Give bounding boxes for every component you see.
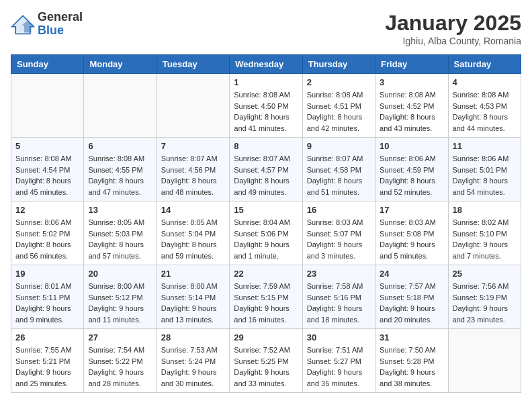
title-block: January 2025 Ighiu, Alba County, Romania [385,11,521,46]
weekday-header-saturday: Saturday [448,55,521,74]
calendar-cell [448,329,521,393]
calendar-cell: 10Sunrise: 8:06 AM Sunset: 4:59 PM Dayli… [375,138,448,201]
day-number: 2 [307,77,371,87]
day-info: Sunrise: 7:59 AM Sunset: 5:15 PM Dayligh… [234,281,298,325]
day-number: 4 [453,77,517,87]
day-info: Sunrise: 8:08 AM Sunset: 4:55 PM Dayligh… [88,153,152,197]
calendar-cell: 16Sunrise: 8:03 AM Sunset: 5:07 PM Dayli… [302,201,375,265]
day-number: 26 [15,332,79,342]
calendar-cell: 5Sunrise: 8:08 AM Sunset: 4:54 PM Daylig… [11,138,84,201]
weekday-header-friday: Friday [375,55,448,74]
day-info: Sunrise: 7:50 AM Sunset: 5:28 PM Dayligh… [380,345,443,389]
day-info: Sunrise: 8:05 AM Sunset: 5:03 PM Dayligh… [88,217,152,261]
day-number: 30 [307,332,371,342]
day-info: Sunrise: 8:06 AM Sunset: 4:59 PM Dayligh… [380,153,443,197]
day-number: 27 [88,332,152,342]
calendar-cell: 19Sunrise: 8:01 AM Sunset: 5:11 PM Dayli… [11,265,84,329]
day-info: Sunrise: 7:54 AM Sunset: 5:22 PM Dayligh… [88,345,152,389]
day-info: Sunrise: 8:05 AM Sunset: 5:04 PM Dayligh… [161,217,225,261]
calendar-week-row: 1Sunrise: 8:08 AM Sunset: 4:50 PM Daylig… [11,74,521,138]
calendar-cell: 9Sunrise: 8:07 AM Sunset: 4:58 PM Daylig… [302,138,375,201]
day-number: 19 [15,269,79,279]
calendar-cell: 25Sunrise: 7:56 AM Sunset: 5:19 PM Dayli… [448,265,521,329]
calendar-cell [84,74,157,138]
day-number: 23 [307,269,371,279]
logo-icon [11,12,35,36]
day-number: 10 [380,141,443,151]
month-title: January 2025 [385,11,521,36]
day-number: 22 [234,269,298,279]
day-info: Sunrise: 8:04 AM Sunset: 5:06 PM Dayligh… [234,217,298,261]
calendar-cell: 18Sunrise: 8:02 AM Sunset: 5:10 PM Dayli… [448,201,521,265]
day-info: Sunrise: 7:58 AM Sunset: 5:16 PM Dayligh… [307,281,371,325]
calendar-cell: 11Sunrise: 8:06 AM Sunset: 5:01 PM Dayli… [448,138,521,201]
weekday-header-monday: Monday [84,55,157,74]
calendar-cell: 13Sunrise: 8:05 AM Sunset: 5:03 PM Dayli… [84,201,157,265]
day-info: Sunrise: 8:08 AM Sunset: 4:50 PM Dayligh… [234,89,298,134]
day-number: 7 [161,141,225,151]
calendar-cell: 22Sunrise: 7:59 AM Sunset: 5:15 PM Dayli… [230,265,302,329]
day-number: 24 [380,269,443,279]
day-number: 11 [453,141,517,151]
day-info: Sunrise: 8:06 AM Sunset: 5:01 PM Dayligh… [453,153,517,197]
day-info: Sunrise: 7:52 AM Sunset: 5:25 PM Dayligh… [234,345,298,389]
calendar-cell: 1Sunrise: 8:08 AM Sunset: 4:50 PM Daylig… [230,74,302,138]
calendar-cell: 30Sunrise: 7:51 AM Sunset: 5:27 PM Dayli… [302,329,375,393]
day-number: 13 [88,205,152,215]
day-number: 28 [161,332,225,342]
calendar-cell [157,74,229,138]
page-header: General Blue January 2025 Ighiu, Alba Co… [11,11,521,46]
day-info: Sunrise: 7:55 AM Sunset: 5:21 PM Dayligh… [15,345,79,389]
logo-text: General Blue [38,11,83,38]
day-number: 29 [234,332,298,342]
calendar-cell: 8Sunrise: 8:07 AM Sunset: 4:57 PM Daylig… [230,138,302,201]
calendar-cell: 24Sunrise: 7:57 AM Sunset: 5:18 PM Dayli… [375,265,448,329]
calendar-cell: 15Sunrise: 8:04 AM Sunset: 5:06 PM Dayli… [230,201,302,265]
day-number: 15 [234,205,298,215]
calendar-week-row: 5Sunrise: 8:08 AM Sunset: 4:54 PM Daylig… [11,138,521,201]
day-number: 21 [161,269,225,279]
calendar-cell: 21Sunrise: 8:00 AM Sunset: 5:14 PM Dayli… [157,265,229,329]
calendar-cell: 27Sunrise: 7:54 AM Sunset: 5:22 PM Dayli… [84,329,157,393]
weekday-header-row: SundayMondayTuesdayWednesdayThursdayFrid… [11,55,521,74]
day-info: Sunrise: 8:08 AM Sunset: 4:51 PM Dayligh… [307,89,371,134]
day-number: 1 [234,77,298,87]
day-number: 17 [380,205,443,215]
logo: General Blue [11,11,83,38]
calendar-cell: 3Sunrise: 8:08 AM Sunset: 4:52 PM Daylig… [375,74,448,138]
day-number: 6 [88,141,152,151]
calendar-cell: 23Sunrise: 7:58 AM Sunset: 5:16 PM Dayli… [302,265,375,329]
weekday-header-wednesday: Wednesday [230,55,302,74]
day-info: Sunrise: 7:57 AM Sunset: 5:18 PM Dayligh… [380,281,443,325]
day-info: Sunrise: 8:07 AM Sunset: 4:57 PM Dayligh… [234,153,298,197]
calendar-cell: 4Sunrise: 8:08 AM Sunset: 4:53 PM Daylig… [448,74,521,138]
calendar-cell: 6Sunrise: 8:08 AM Sunset: 4:55 PM Daylig… [84,138,157,201]
day-info: Sunrise: 7:56 AM Sunset: 5:19 PM Dayligh… [453,281,517,325]
day-number: 12 [15,205,79,215]
day-number: 3 [380,77,443,87]
calendar-cell: 14Sunrise: 8:05 AM Sunset: 5:04 PM Dayli… [157,201,229,265]
day-info: Sunrise: 8:02 AM Sunset: 5:10 PM Dayligh… [453,217,517,261]
day-info: Sunrise: 8:08 AM Sunset: 4:53 PM Dayligh… [453,89,517,134]
day-number: 8 [234,141,298,151]
weekday-header-tuesday: Tuesday [157,55,229,74]
calendar: SundayMondayTuesdayWednesdayThursdayFrid… [11,54,521,393]
calendar-week-row: 26Sunrise: 7:55 AM Sunset: 5:21 PM Dayli… [11,329,521,393]
day-info: Sunrise: 8:03 AM Sunset: 5:07 PM Dayligh… [307,217,371,261]
calendar-cell: 31Sunrise: 7:50 AM Sunset: 5:28 PM Dayli… [375,329,448,393]
day-number: 25 [453,269,517,279]
weekday-header-thursday: Thursday [302,55,375,74]
day-number: 16 [307,205,371,215]
day-info: Sunrise: 8:03 AM Sunset: 5:08 PM Dayligh… [380,217,443,261]
day-info: Sunrise: 7:53 AM Sunset: 5:24 PM Dayligh… [161,345,225,389]
calendar-cell: 29Sunrise: 7:52 AM Sunset: 5:25 PM Dayli… [230,329,302,393]
calendar-week-row: 12Sunrise: 8:06 AM Sunset: 5:02 PM Dayli… [11,201,521,265]
day-number: 14 [161,205,225,215]
day-number: 9 [307,141,371,151]
location: Ighiu, Alba County, Romania [385,36,521,46]
day-info: Sunrise: 8:08 AM Sunset: 4:52 PM Dayligh… [380,89,443,134]
day-info: Sunrise: 8:07 AM Sunset: 4:58 PM Dayligh… [307,153,371,197]
calendar-cell: 2Sunrise: 8:08 AM Sunset: 4:51 PM Daylig… [302,74,375,138]
calendar-week-row: 19Sunrise: 8:01 AM Sunset: 5:11 PM Dayli… [11,265,521,329]
calendar-cell: 12Sunrise: 8:06 AM Sunset: 5:02 PM Dayli… [11,201,84,265]
